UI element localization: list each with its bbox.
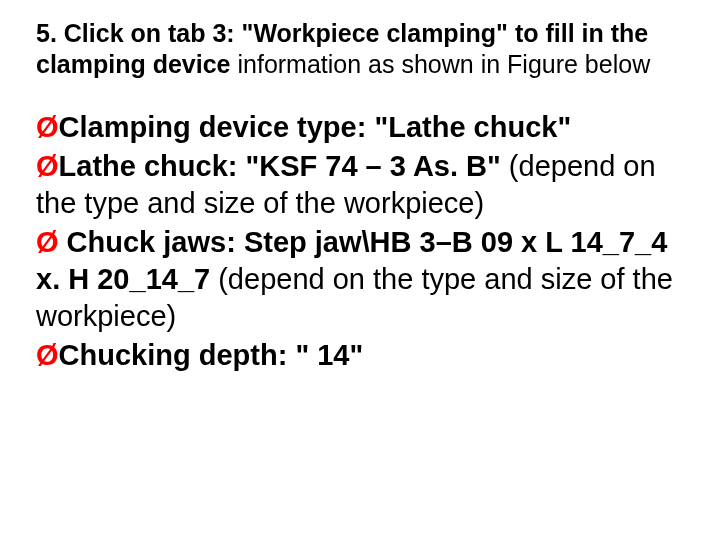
bullet-label: Chuck jaws xyxy=(59,226,227,258)
bullet-lathe-chuck: ØLathe chuck: "KSF 74 – 3 As. B" (depend… xyxy=(36,148,684,222)
bullet-label: Lathe chuck xyxy=(59,150,228,182)
bullet-value-bold: : "KSF 74 – 3 As. B" xyxy=(228,150,501,182)
slide-content: 5. Click on tab 3: "Workpiece clamping" … xyxy=(0,0,720,394)
step-instruction: 5. Click on tab 3: "Workpiece clamping" … xyxy=(36,18,684,81)
bullet-chucking-depth: ØChucking depth: " 14" xyxy=(36,337,684,374)
arrow-icon: Ø xyxy=(36,111,59,143)
step-instruction-rest: information as shown in Figure below xyxy=(231,50,651,78)
bullet-label: Chucking depth xyxy=(59,339,278,371)
bullet-clamping-device-type: ØClamping device type: "Lathe chuck" xyxy=(36,109,684,146)
arrow-icon: Ø xyxy=(36,150,59,182)
bullet-label: Clamping device type xyxy=(59,111,357,143)
arrow-icon: Ø xyxy=(36,226,59,258)
bullet-chuck-jaws: Ø Chuck jaws: Step jaw\HB 3–B 09 x L 14_… xyxy=(36,224,684,335)
bullet-value: : " 14" xyxy=(278,339,364,371)
arrow-icon: Ø xyxy=(36,339,59,371)
bullet-value: : "Lathe chuck" xyxy=(357,111,571,143)
bullet-list: ØClamping device type: "Lathe chuck" ØLa… xyxy=(36,109,684,375)
